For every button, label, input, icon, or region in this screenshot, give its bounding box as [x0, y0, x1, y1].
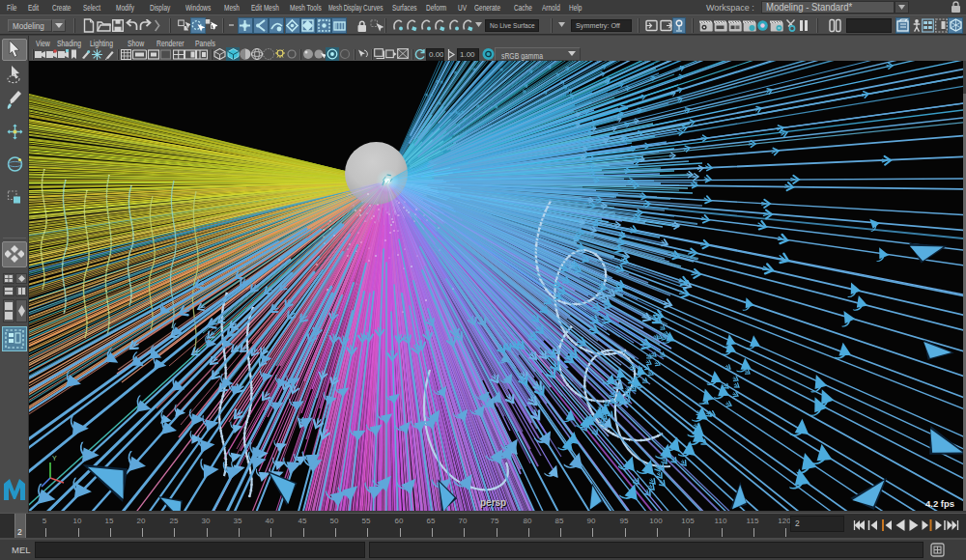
svg-text:persp: persp [480, 497, 506, 508]
svg-text:4.2 fps: 4.2 fps [925, 498, 954, 509]
svg-text:Y: Y [52, 455, 57, 462]
